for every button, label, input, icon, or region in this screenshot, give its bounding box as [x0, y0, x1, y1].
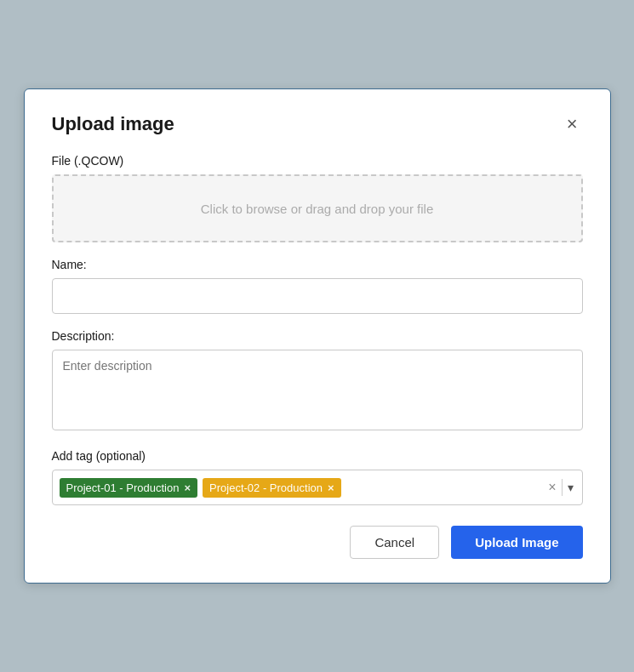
dialog-title: Upload image [52, 113, 174, 135]
tag-clear-button[interactable]: × [546, 480, 557, 495]
description-label: Description: [52, 329, 583, 343]
dropzone-text: Click to browse or drag and drop your fi… [201, 202, 433, 216]
name-label: Name: [52, 258, 583, 271]
dialog-header: Upload image × [52, 113, 583, 135]
tag-project-01-text: Project-01 - Production [66, 481, 180, 494]
upload-image-button[interactable]: Upload Image [451, 526, 582, 559]
tag-label: Add tag (optional) [52, 449, 583, 463]
tag-project-01-remove[interactable]: × [184, 481, 191, 494]
tag-dropdown-button[interactable]: ▾ [566, 481, 575, 494]
name-input[interactable] [52, 278, 583, 314]
tag-section: Add tag (optional) Project-01 - Producti… [52, 449, 583, 505]
tag-project-01: Project-01 - Production × [60, 478, 198, 498]
close-button[interactable]: × [562, 113, 583, 135]
file-dropzone[interactable]: Click to browse or drag and drop your fi… [52, 174, 583, 242]
tag-controls: × ▾ [546, 479, 574, 496]
tag-project-02: Project-02 - Production × [203, 478, 341, 498]
tag-field[interactable]: Project-01 - Production × Project-02 - P… [52, 470, 583, 505]
file-section: File (.QCOW) Click to browse or drag and… [52, 154, 583, 242]
name-section: Name: [52, 258, 583, 314]
tag-project-02-remove[interactable]: × [328, 481, 334, 494]
tag-divider [562, 479, 563, 496]
description-section: Description: [52, 329, 583, 434]
cancel-button[interactable]: Cancel [350, 526, 439, 559]
tag-project-02-text: Project-02 - Production [209, 481, 323, 494]
file-label: File (.QCOW) [52, 154, 583, 168]
dialog-footer: Cancel Upload Image [52, 526, 583, 559]
upload-image-dialog: Upload image × File (.QCOW) Click to bro… [24, 88, 611, 584]
description-input[interactable] [52, 350, 583, 430]
